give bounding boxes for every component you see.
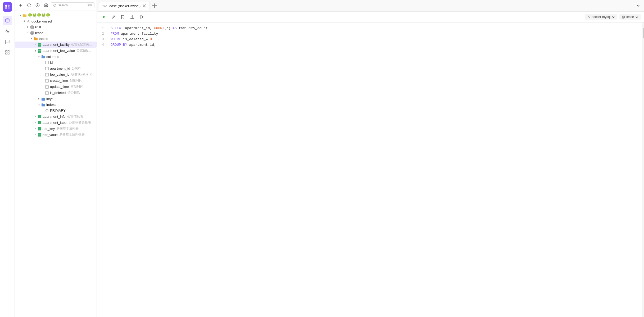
chevron-down-icon (37, 103, 41, 107)
chevron-right-icon (33, 115, 37, 118)
tab-add-button[interactable] (151, 2, 158, 10)
sidebar-nav-chat[interactable] (3, 37, 12, 47)
tree-item-col-fee-value-id[interactable]: fee_value_id 收费项value_id (15, 71, 97, 78)
svg-point-51 (47, 111, 47, 111)
col-update-time-note: 更新时间 (71, 84, 83, 89)
tree-item-apartment-facility[interactable]: apartment_facility 公寓&配套关联表 (15, 42, 97, 48)
database-icon (30, 31, 34, 35)
svg-point-76 (622, 16, 625, 17)
bookmark-button[interactable] (119, 13, 126, 21)
table-icon (38, 114, 42, 119)
col-create-time-label: create_time (50, 79, 68, 83)
code-line-2: FROM apartment_facility (111, 31, 638, 37)
tree-item-col-is-deleted[interactable]: is_deleted 是否删除 (15, 90, 97, 96)
column-icon (45, 73, 49, 77)
tree-item-apartment-label[interactable]: apartment_label 公寓标签关联表 (15, 120, 97, 126)
line-num-2: 2 (102, 31, 104, 37)
code-editor[interactable]: SELECT apartment_id, COUNT(*) AS facilit… (106, 22, 642, 317)
tree-item-col-update-time[interactable]: update_time 更新时间 (15, 84, 97, 90)
tree-item-tables[interactable]: tables (15, 36, 97, 42)
svg-rect-8 (6, 53, 7, 54)
tree-item-apartment-fee-value[interactable]: apartment_fee_value 公寓&杂费关… (15, 48, 97, 54)
new-connection-button[interactable] (34, 2, 41, 9)
chevron-down-icon (635, 15, 639, 19)
column-icon (45, 85, 49, 89)
tab-bar-dropdown-button[interactable] (634, 2, 642, 10)
tab-lease[interactable]: </> lease (docker-mysql) (99, 2, 150, 10)
tree-root-connection[interactable]: 🍀🍀🍀🍀🍀 (15, 12, 97, 18)
tree-item-docker-mysql[interactable]: docker-mysql (15, 18, 97, 24)
svg-marker-64 (35, 134, 36, 135)
tree-item-col-create-time[interactable]: create_time 创建时间 (15, 78, 97, 84)
refresh-button[interactable] (25, 2, 33, 9)
chevron-right-icon (33, 127, 37, 130)
table-apartment-label-label: apartment_label (43, 121, 67, 125)
editor-area[interactable]: 1 2 3 4 SELECT apartment_id, COUNT(*) AS… (97, 22, 644, 317)
code-icon: </> (102, 4, 107, 8)
edit-button[interactable] (110, 13, 117, 21)
svg-point-21 (31, 26, 34, 27)
db-618-label: 618 (35, 25, 41, 29)
connection-label: docker-mysql (31, 19, 52, 23)
sidebar-nav-database[interactable] (3, 16, 12, 25)
svg-marker-52 (35, 116, 36, 117)
svg-marker-74 (141, 15, 143, 19)
download-button[interactable] (129, 13, 136, 21)
table-icon (38, 49, 42, 53)
tree-item-attr-key[interactable]: attr_key 房间基本属性表 (15, 126, 97, 132)
tree-item-apartment-info[interactable]: apartment_info 公寓信息表 (15, 114, 97, 120)
chevron-down-icon (30, 37, 33, 40)
run-query-button[interactable] (100, 13, 107, 21)
tab-close-button[interactable] (142, 4, 146, 8)
svg-line-16 (56, 6, 56, 7)
folder-icon (23, 13, 27, 17)
svg-rect-53 (38, 115, 41, 118)
svg-rect-0 (5, 5, 7, 7)
svg-marker-25 (35, 44, 36, 46)
svg-rect-2 (5, 7, 7, 9)
editor-toolbar: docker-mysql lease (97, 12, 644, 22)
svg-rect-43 (46, 85, 48, 88)
db-badge-icon (622, 15, 625, 19)
tree-item-col-apartment-id[interactable]: apartment_id 公寓id (15, 65, 97, 71)
table-apartment-facility-label: apartment_facility (43, 43, 70, 47)
svg-rect-39 (46, 73, 48, 76)
run-outline-button[interactable] (138, 13, 146, 21)
settings-button[interactable] (42, 2, 50, 9)
tree-item-keys[interactable]: keys (15, 96, 97, 102)
svg-rect-5 (6, 51, 7, 52)
chevron-right-icon (37, 97, 41, 101)
add-connection-button[interactable] (17, 2, 24, 9)
line-num-3: 3 (102, 37, 104, 42)
database-icon (30, 25, 34, 29)
toolbar-right: docker-mysql lease (585, 14, 641, 20)
search-box[interactable]: Search ⌘F (51, 2, 94, 8)
svg-point-4 (6, 19, 9, 20)
app-logo[interactable] (3, 2, 12, 12)
sidebar-nav-chart[interactable] (3, 26, 12, 36)
svg-point-19 (28, 20, 29, 21)
chevron-down-icon (33, 49, 37, 53)
tree-item-618[interactable]: 618 (15, 24, 97, 30)
svg-marker-20 (27, 26, 28, 28)
table-attr-value-label: attr_value (43, 133, 58, 137)
chevron-down-icon (26, 31, 30, 35)
svg-marker-29 (35, 50, 36, 52)
db-lease-label: lease (35, 31, 43, 35)
sidebar-nav-grid[interactable] (3, 48, 12, 57)
line-num-4: 4 (102, 42, 104, 48)
tree-item-primary[interactable]: PRIMARY (15, 108, 97, 114)
table-apartment-info-label: apartment_info (43, 115, 66, 119)
connection-selector[interactable]: docker-mysql (585, 14, 617, 20)
tree-item-col-id[interactable]: id (15, 60, 97, 65)
tree-item-columns[interactable]: columns (15, 54, 97, 60)
col-id-label: id (50, 61, 53, 65)
tree-item-lease[interactable]: lease (15, 30, 97, 36)
tree-item-attr-value[interactable]: attr_value 房间基本属性值表 (15, 132, 97, 138)
line-num-1: 1 (102, 26, 104, 31)
tab-lease-label: lease (docker-mysql) (108, 4, 140, 8)
tree-item-indexs[interactable]: indexs (15, 102, 97, 108)
svg-marker-33 (38, 56, 39, 57)
right-scrollbar[interactable] (642, 22, 644, 317)
database-selector[interactable]: lease (619, 14, 641, 20)
